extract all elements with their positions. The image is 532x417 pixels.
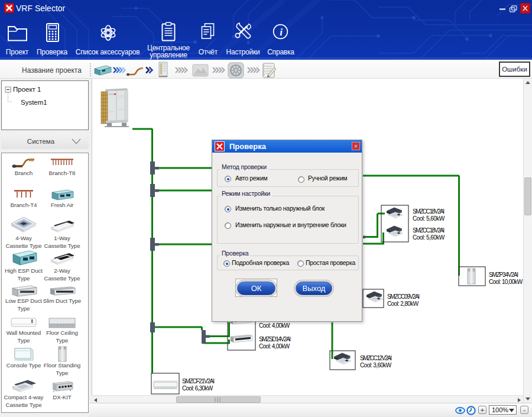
svg-text:SMZCF21V2AI: SMZCF21V2AI bbox=[182, 378, 215, 384]
svg-text:Cool: 4,00kW: Cool: 4,00kW bbox=[259, 343, 290, 350]
svg-text:Cool: 2,80kW: Cool: 2,80kW bbox=[387, 300, 419, 307]
svg-text:Cool: 5,60kW: Cool: 5,60kW bbox=[413, 215, 445, 222]
svg-text:Cool: 3,60kW: Cool: 3,60kW bbox=[360, 362, 392, 368]
svg-text:Cool: 10,00kW: Cool: 10,00kW bbox=[489, 279, 523, 285]
svg-text:SMZCC09V2AI: SMZCC09V2AI bbox=[387, 293, 420, 300]
svg-text:SMZCC12V2AI: SMZCC12V2AI bbox=[360, 355, 392, 361]
svg-text:SMZCC18V2AI: SMZCC18V2AI bbox=[413, 208, 445, 215]
svg-text:Cool: 5,60kW: Cool: 5,60kW bbox=[413, 234, 445, 241]
svg-text:Cool: 6,30kW: Cool: 6,30kW bbox=[182, 385, 213, 392]
svg-text:Cool: 4,00kW: Cool: 4,00kW bbox=[259, 322, 290, 329]
svg-text:SMZP34V2AI: SMZP34V2AI bbox=[489, 271, 518, 278]
svg-text:i: i bbox=[280, 27, 283, 38]
svg-text:SMZCC18V2AI: SMZCC18V2AI bbox=[413, 227, 445, 234]
svg-text:SMZSD14V2AI: SMZSD14V2AI bbox=[259, 336, 291, 342]
